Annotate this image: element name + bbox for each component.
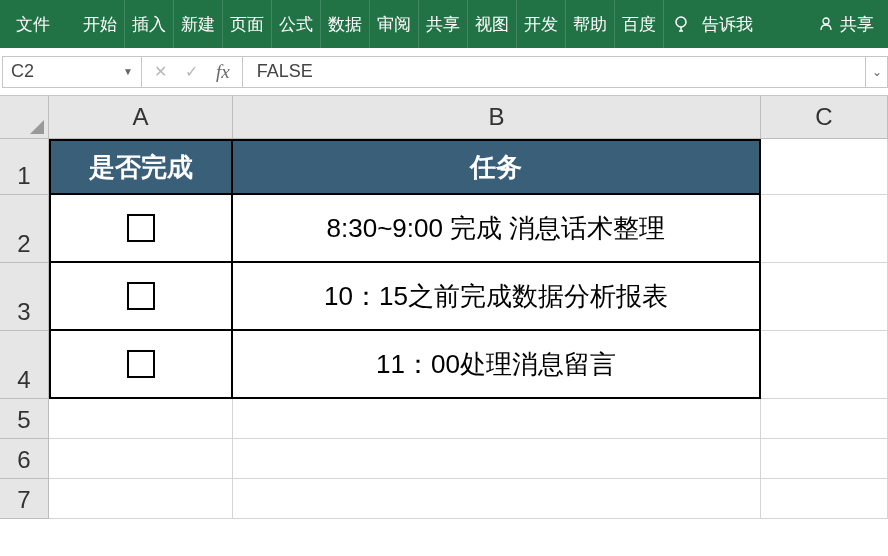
fx-icon[interactable]: fx xyxy=(216,61,230,83)
name-box-value: C2 xyxy=(11,61,34,82)
cell-A3[interactable] xyxy=(49,263,233,331)
cell-B3[interactable]: 10：15之前完成数据分析报表 xyxy=(233,263,761,331)
row-header-3[interactable]: 3 xyxy=(0,263,49,331)
row-header-2[interactable]: 2 xyxy=(0,195,49,263)
formula-input[interactable]: FALSE xyxy=(243,56,866,88)
tab-formula[interactable]: 公式 xyxy=(272,0,321,48)
tab-new[interactable]: 新建 xyxy=(174,0,223,48)
col-header-C[interactable]: C xyxy=(761,96,888,139)
formula-bar: C2 ▼ ✕ ✓ fx FALSE ⌄ xyxy=(0,48,888,96)
tab-help[interactable]: 帮助 xyxy=(566,0,615,48)
checkbox-icon[interactable] xyxy=(127,282,155,310)
row-header-6[interactable]: 6 xyxy=(0,439,49,479)
expand-formula-icon[interactable]: ⌄ xyxy=(866,56,888,88)
row-1: 1 是否完成 任务 xyxy=(0,139,888,195)
chevron-down-icon[interactable]: ▼ xyxy=(123,66,133,77)
row-3: 3 10：15之前完成数据分析报表 xyxy=(0,263,888,331)
row-4: 4 11：00处理消息留言 xyxy=(0,331,888,399)
tab-home[interactable]: 开始 xyxy=(76,0,125,48)
cell-B1[interactable]: 任务 xyxy=(233,139,761,195)
row-header-5[interactable]: 5 xyxy=(0,399,49,439)
row-5: 5 xyxy=(0,399,888,439)
cell-A5[interactable] xyxy=(49,399,233,439)
row-7: 7 xyxy=(0,479,888,519)
cell-C4[interactable] xyxy=(761,331,888,399)
spreadsheet: A B C 1 是否完成 任务 2 8:30~9:00 完成 消息话术整理 3 … xyxy=(0,96,888,519)
tab-review[interactable]: 审阅 xyxy=(370,0,419,48)
person-icon xyxy=(818,16,834,32)
checkbox-icon[interactable] xyxy=(127,214,155,242)
name-box[interactable]: C2 ▼ xyxy=(2,56,142,88)
tab-baidu[interactable]: 百度 xyxy=(615,0,664,48)
tab-insert[interactable]: 插入 xyxy=(125,0,174,48)
tab-share-tab[interactable]: 共享 xyxy=(419,0,468,48)
tab-page[interactable]: 页面 xyxy=(223,0,272,48)
formula-buttons: ✕ ✓ fx xyxy=(142,56,243,88)
svg-point-0 xyxy=(676,17,686,27)
cell-A4[interactable] xyxy=(49,331,233,399)
row-2: 2 8:30~9:00 完成 消息话术整理 xyxy=(0,195,888,263)
enter-icon[interactable]: ✓ xyxy=(185,62,198,81)
lightbulb-icon[interactable] xyxy=(672,15,690,33)
col-header-A[interactable]: A xyxy=(49,96,233,139)
row-6: 6 xyxy=(0,439,888,479)
checkbox-icon[interactable] xyxy=(127,350,155,378)
cell-A6[interactable] xyxy=(49,439,233,479)
cell-C7[interactable] xyxy=(761,479,888,519)
cell-C3[interactable] xyxy=(761,263,888,331)
tab-view[interactable]: 视图 xyxy=(468,0,517,48)
select-all-corner[interactable] xyxy=(0,96,49,139)
cell-B7[interactable] xyxy=(233,479,761,519)
row-header-1[interactable]: 1 xyxy=(0,139,49,195)
cell-A7[interactable] xyxy=(49,479,233,519)
cell-C5[interactable] xyxy=(761,399,888,439)
share-label: 共享 xyxy=(840,13,874,36)
cancel-icon[interactable]: ✕ xyxy=(154,62,167,81)
cell-B6[interactable] xyxy=(233,439,761,479)
tab-file[interactable]: 文件 xyxy=(0,0,66,48)
tab-developer[interactable]: 开发 xyxy=(517,0,566,48)
column-headers: A B C xyxy=(0,96,888,139)
share-button[interactable]: 共享 xyxy=(804,13,888,36)
cell-B2[interactable]: 8:30~9:00 完成 消息话术整理 xyxy=(233,195,761,263)
cell-B5[interactable] xyxy=(233,399,761,439)
row-header-7[interactable]: 7 xyxy=(0,479,49,519)
cell-C6[interactable] xyxy=(761,439,888,479)
cell-B4[interactable]: 11：00处理消息留言 xyxy=(233,331,761,399)
cell-C2[interactable] xyxy=(761,195,888,263)
tab-data[interactable]: 数据 xyxy=(321,0,370,48)
row-header-4[interactable]: 4 xyxy=(0,331,49,399)
ribbon-tabs: 文件 开始 插入 新建 页面 公式 数据 审阅 共享 视图 开发 帮助 百度 xyxy=(0,0,664,48)
ribbon: 文件 开始 插入 新建 页面 公式 数据 审阅 共享 视图 开发 帮助 百度 告… xyxy=(0,0,888,48)
cell-A2[interactable] xyxy=(49,195,233,263)
cell-C1[interactable] xyxy=(761,139,888,195)
svg-point-3 xyxy=(823,18,829,24)
tell-me[interactable]: 告诉我 xyxy=(702,13,753,36)
cell-A1[interactable]: 是否完成 xyxy=(49,139,233,195)
col-header-B[interactable]: B xyxy=(233,96,761,139)
